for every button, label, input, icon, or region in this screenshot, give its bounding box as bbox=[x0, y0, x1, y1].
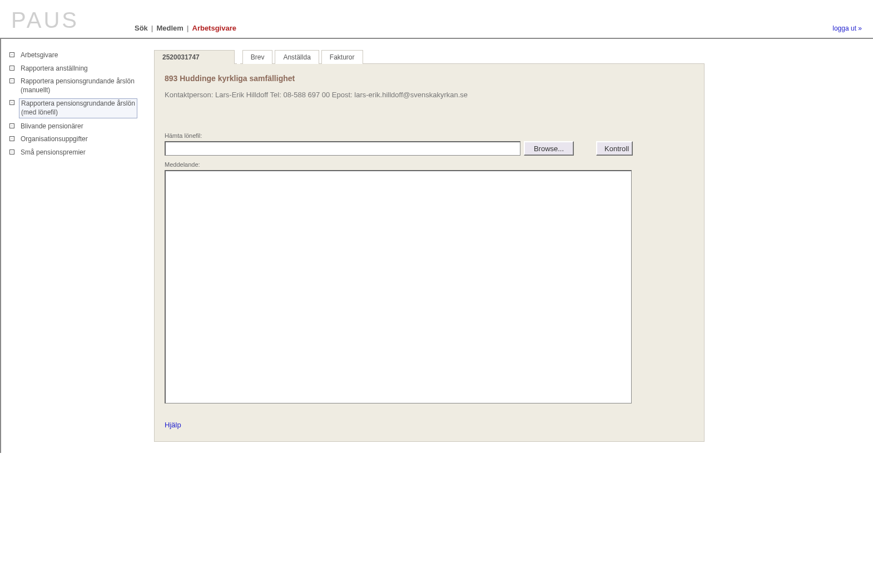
topnav-arbetsgivare[interactable]: Arbetsgivare bbox=[192, 24, 236, 32]
bullet-icon bbox=[9, 123, 14, 128]
tab-spacer bbox=[237, 50, 240, 64]
kontroll-button[interactable]: Kontroll bbox=[596, 141, 633, 156]
message-label: Meddelande: bbox=[165, 161, 694, 168]
bullet-icon bbox=[9, 100, 14, 105]
header: PAUS Sök | Medlem | Arbetsgivare logga u… bbox=[0, 0, 873, 39]
tab-fakturor[interactable]: Fakturor bbox=[321, 50, 363, 64]
sidebar-item-label: Organisationsuppgifter bbox=[21, 135, 88, 143]
content-panel: 893 Huddinge kyrkliga samfällighet Konta… bbox=[154, 63, 705, 442]
logout-link[interactable]: logga ut » bbox=[832, 24, 862, 32]
bullet-icon bbox=[9, 52, 14, 57]
sidebar-item-rapportera-arslon-manuellt[interactable]: Rapportera pensionsgrundande årslön (man… bbox=[9, 75, 137, 97]
browse-button[interactable]: Browse... bbox=[524, 141, 574, 156]
sidebar: Arbetsgivare Rapportera anställning Rapp… bbox=[1, 39, 143, 453]
sidebar-item-label: Blivande pensionärer bbox=[21, 122, 83, 130]
sidebar-item-label: Rapportera pensionsgrundande årslön (man… bbox=[21, 77, 135, 94]
sidebar-item-rapportera-anstallning[interactable]: Rapportera anställning bbox=[9, 62, 137, 76]
file-row: Browse... Kontroll bbox=[165, 141, 694, 156]
message-textarea[interactable] bbox=[165, 170, 632, 403]
sidebar-item-sma-pensionspremier[interactable]: Små pensionspremier bbox=[9, 146, 137, 160]
help-link[interactable]: Hjälp bbox=[165, 421, 181, 429]
org-heading: 893 Huddinge kyrkliga samfällighet bbox=[165, 74, 694, 83]
bullet-icon bbox=[9, 150, 14, 155]
tab-brev[interactable]: Brev bbox=[242, 50, 273, 64]
sidebar-item-label: Rapportera anställning bbox=[21, 64, 88, 72]
top-nav: Sök | Medlem | Arbetsgivare bbox=[135, 24, 236, 38]
bullet-icon bbox=[9, 78, 14, 83]
topnav-sok[interactable]: Sök bbox=[135, 24, 148, 32]
sidebar-item-blivande-pensionarer[interactable]: Blivande pensionärer bbox=[9, 120, 137, 133]
contact-info: Kontaktperson: Lars-Erik Hilldoff Tel: 0… bbox=[165, 91, 694, 99]
bullet-icon bbox=[9, 66, 14, 71]
sidebar-item-organisationsuppgifter[interactable]: Organisationsuppgifter bbox=[9, 133, 137, 146]
sidebar-item-label: Små pensionspremier bbox=[21, 148, 86, 156]
fetch-file-label: Hämta lönefil: bbox=[165, 132, 694, 139]
sidebar-item-label: Arbetsgivare bbox=[21, 51, 58, 59]
app-logo: PAUS bbox=[11, 9, 79, 38]
logout-container: logga ut » bbox=[832, 24, 862, 38]
tab-strip: 2520031747 Brev Anställda Fakturor bbox=[154, 50, 851, 64]
topnav-medlem[interactable]: Medlem bbox=[156, 24, 183, 32]
separator: | bbox=[187, 24, 189, 32]
bullet-icon bbox=[9, 136, 14, 141]
file-path-input[interactable] bbox=[165, 141, 520, 156]
sidebar-item-rapportera-arslon-lonefil[interactable]: Rapportera pensionsgrundande årslön (med… bbox=[9, 97, 137, 119]
tab-anstallda[interactable]: Anställda bbox=[275, 50, 319, 64]
sidebar-item-arbetsgivare[interactable]: Arbetsgivare bbox=[9, 49, 137, 62]
tab-id[interactable]: 2520031747 bbox=[154, 50, 235, 64]
sidebar-item-label: Rapportera pensionsgrundande årslön (med… bbox=[21, 99, 135, 116]
separator: | bbox=[151, 24, 153, 32]
main-content: 2520031747 Brev Anställda Fakturor 893 H… bbox=[143, 39, 873, 453]
